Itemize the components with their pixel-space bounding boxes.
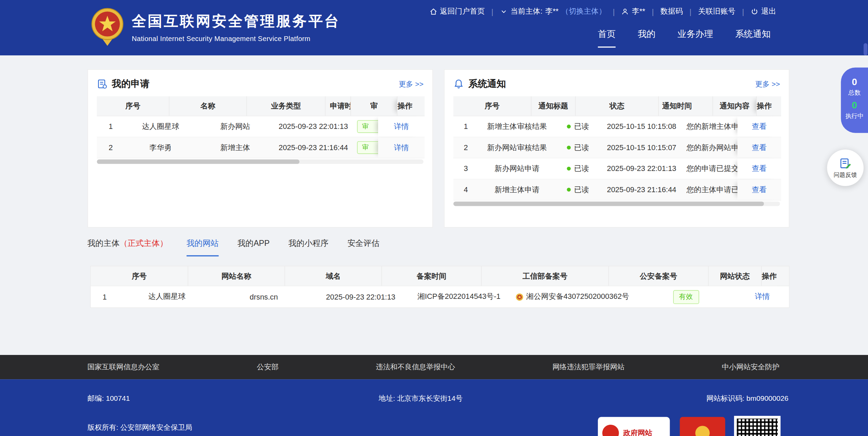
column-header: 操作 bbox=[756, 96, 772, 116]
cell-index: 1 bbox=[97, 116, 124, 137]
separator: | bbox=[742, 8, 744, 16]
current-subject[interactable]: 当前主体: 李** （切换主体） bbox=[500, 6, 606, 16]
footer-link[interactable]: 网络违法犯罪举报网站 bbox=[552, 362, 625, 372]
cell-time: 2025-09-23 22:01:13 bbox=[600, 158, 683, 179]
notifications-card-header: 系统通知 更多 >> bbox=[444, 70, 789, 95]
detail-link[interactable]: 详情 bbox=[394, 143, 409, 153]
column-header: 序号 bbox=[453, 96, 531, 116]
cell-time: 2025-09-23 22:01:13 bbox=[274, 116, 353, 137]
current-subject-value: 李** bbox=[545, 6, 559, 16]
asset-tabs: 我的主体（正式主体） 我的网站 我的APP 我的小程序 安全评估 bbox=[88, 238, 379, 256]
read-status-text: 已读 bbox=[574, 143, 589, 153]
cell-action: 查看 bbox=[737, 137, 781, 158]
subject-status-text: （正式主体） bbox=[120, 239, 168, 248]
running-count: 0 bbox=[852, 101, 857, 111]
cell-content: 您的新办网站申 bbox=[683, 137, 737, 158]
cell-index: 2 bbox=[97, 137, 124, 158]
running-label: 执行中 bbox=[845, 112, 864, 119]
footer-link[interactable]: 国家互联网信息办公室 bbox=[88, 362, 160, 372]
column-header: 序号 bbox=[91, 266, 188, 286]
cell-action: 详情 bbox=[378, 137, 425, 158]
cell-index: 1 bbox=[453, 116, 478, 137]
table-row: 3 新办网站申请 已读 2025-09-23 22:01:13 您的申请已提交,… bbox=[453, 158, 781, 180]
footer-link[interactable]: 公安部 bbox=[257, 362, 278, 372]
cell-type: 新增主体 bbox=[197, 137, 274, 158]
cell-time: 2025-10-15 10:15:08 bbox=[600, 116, 683, 137]
column-header: 工信部备案号 bbox=[481, 266, 608, 286]
brand-text: 全国互联网安全管理服务平台 National Internet Security… bbox=[132, 12, 340, 43]
footer-link[interactable]: 中小网站安全防护 bbox=[722, 362, 779, 372]
cell-content: 您的申请已提交, bbox=[683, 158, 737, 179]
applications-card-header: 我的申请 更多 >> bbox=[88, 70, 432, 95]
gov-website-badge[interactable]: 政府网站 bbox=[598, 417, 670, 436]
read-status-text: 已读 bbox=[574, 164, 589, 174]
column-header: 审 bbox=[350, 96, 397, 116]
column-header: 网站名称 bbox=[188, 266, 284, 286]
nav-notifications[interactable]: 系统通知 bbox=[735, 29, 771, 48]
tab-security-assessment[interactable]: 安全评估 bbox=[347, 238, 379, 256]
column-header: 操作 bbox=[761, 266, 777, 286]
column-header: 公安备案号 bbox=[609, 266, 708, 286]
cell-action: 查看 bbox=[737, 158, 781, 179]
red-emblem-badge[interactable] bbox=[680, 417, 725, 436]
cell-time: 2025-09-23 21:16:44 bbox=[274, 137, 353, 158]
applications-hscrollbar[interactable] bbox=[97, 159, 423, 164]
column-header: 申请时间 bbox=[325, 96, 350, 116]
home-icon bbox=[429, 8, 437, 16]
read-status-dot bbox=[567, 188, 571, 191]
qr-code-badge[interactable] bbox=[734, 416, 780, 436]
cell-title: 新增主体申请 bbox=[478, 180, 556, 200]
hscrollbar-thumb[interactable] bbox=[453, 201, 764, 206]
tab-my-miniprogram[interactable]: 我的小程序 bbox=[289, 238, 329, 256]
applications-title: 我的申请 bbox=[112, 78, 149, 90]
read-status-dot bbox=[567, 146, 571, 149]
notifications-hscrollbar[interactable] bbox=[453, 201, 780, 206]
tab-my-website[interactable]: 我的网站 bbox=[187, 238, 219, 256]
portal-home-link[interactable]: 返回门户首页 bbox=[429, 6, 485, 16]
separator: | bbox=[613, 8, 615, 16]
old-account-link[interactable]: 关联旧账号 bbox=[698, 6, 735, 16]
cell-action: 查看 bbox=[737, 180, 781, 200]
applications-more-link[interactable]: 更多 >> bbox=[399, 79, 424, 89]
task-stats-widget[interactable]: 0 总数 0 执行中 bbox=[841, 68, 868, 133]
view-link[interactable]: 查看 bbox=[752, 164, 767, 174]
switch-subject-link[interactable]: （切换主体） bbox=[561, 6, 606, 16]
gold-emblem-icon bbox=[695, 426, 710, 436]
nav-mine[interactable]: 我的 bbox=[638, 29, 655, 48]
view-link[interactable]: 查看 bbox=[752, 143, 767, 153]
footer-links: 国家互联网信息办公室公安部违法和不良信息举报中心网络违法犯罪举报网站中小网站安全… bbox=[88, 362, 779, 372]
data-code-link[interactable]: 数据码 bbox=[660, 6, 683, 16]
separator: | bbox=[652, 8, 654, 16]
read-status-dot bbox=[567, 124, 571, 128]
cell-action: 查看 bbox=[737, 116, 781, 137]
table-row: 2 李华勇 新增主体 2025-09-23 21:16:44 审 详情 bbox=[97, 137, 425, 159]
tab-my-subject[interactable]: 我的主体（正式主体） bbox=[88, 238, 168, 256]
scrollbar-thumb[interactable] bbox=[864, 43, 867, 55]
cell-status: 已读 bbox=[556, 116, 600, 137]
user-menu[interactable]: 李** bbox=[622, 6, 645, 16]
applications-table: 序号名称业务类型申请时间审操作 1 达人圈星球 新办网站 2025-09-23 … bbox=[97, 96, 425, 158]
table-row: 1 达人圈星球 新办网站 2025-09-23 22:01:13 审 详情 bbox=[97, 116, 425, 137]
logout-link[interactable]: 退出 bbox=[751, 6, 776, 16]
view-link[interactable]: 查看 bbox=[752, 121, 767, 131]
nav-business[interactable]: 业务办理 bbox=[678, 29, 713, 48]
hscrollbar-thumb[interactable] bbox=[97, 159, 299, 164]
detail-link[interactable]: 详情 bbox=[394, 121, 409, 131]
feedback-button[interactable]: 问题反馈 bbox=[827, 149, 864, 186]
detail-link[interactable]: 详情 bbox=[755, 292, 770, 302]
footer-address: 地址: 北京市东长安街14号 bbox=[379, 394, 463, 404]
cell-title: 新增主体审核结果 bbox=[478, 116, 556, 137]
cell-index: 1 bbox=[91, 286, 119, 307]
cell-domain: drsns.cn bbox=[215, 286, 312, 307]
nav-home[interactable]: 首页 bbox=[598, 29, 616, 48]
tab-my-app[interactable]: 我的APP bbox=[238, 238, 270, 256]
read-status-dot bbox=[567, 167, 571, 170]
current-subject-label: 当前主体: bbox=[510, 6, 543, 16]
view-link[interactable]: 查看 bbox=[752, 185, 767, 195]
column-header: 网站状态 bbox=[708, 266, 761, 286]
footer-site-code: 网站标识码: bm09000026 bbox=[706, 394, 788, 404]
notifications-more-link[interactable]: 更多 >> bbox=[755, 79, 780, 89]
topbar: 返回门户首页 | 当前主体: 李** （切换主体） | 李** | 数据码 | … bbox=[429, 6, 776, 16]
cell-psb-number: 湘公网安备43072502000362号 bbox=[509, 286, 636, 307]
footer-link[interactable]: 违法和不良信息举报中心 bbox=[376, 362, 455, 372]
